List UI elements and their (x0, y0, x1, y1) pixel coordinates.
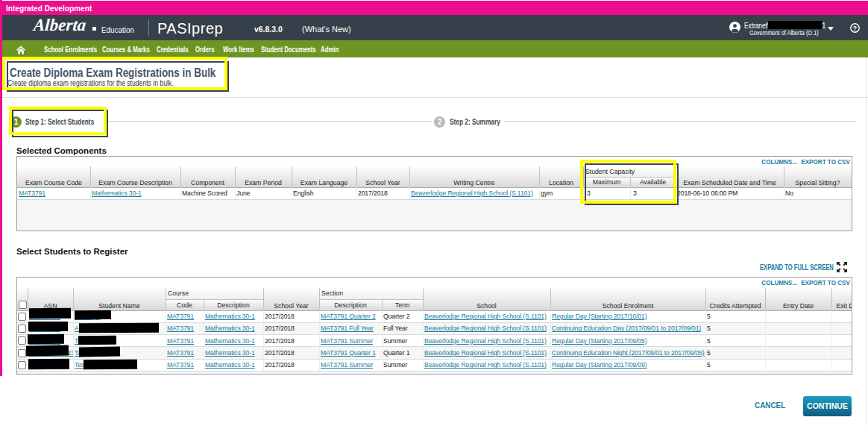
svg-text:?: ? (853, 25, 857, 32)
